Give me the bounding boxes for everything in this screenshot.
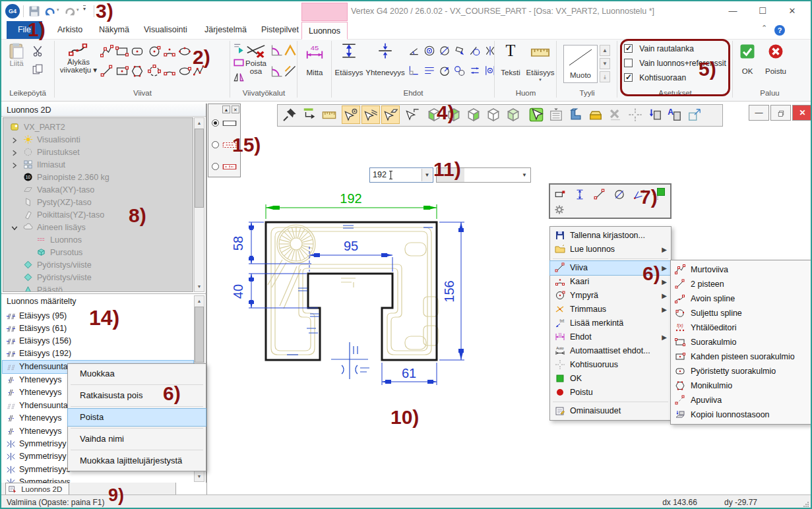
polygon-tool[interactable] [131, 65, 144, 78]
snap-line-button[interactable] [361, 105, 380, 124]
chevron-right-icon[interactable] [11, 136, 18, 144]
fillet2-tool[interactable] [270, 65, 284, 78]
chevron-down-icon[interactable] [11, 224, 18, 231]
circle-poly-tool[interactable] [148, 65, 161, 78]
cut-button[interactable] [32, 45, 44, 57]
select-solid-button[interactable] [527, 105, 546, 124]
tangent-constraint[interactable] [454, 45, 466, 57]
line-2pt-tool[interactable] [100, 65, 113, 78]
style-down-button[interactable]: ▼ [600, 58, 610, 69]
ellipse2-tool[interactable] [178, 65, 191, 78]
ribbon-collapse-icon[interactable]: ⌃ [761, 24, 767, 32]
text-button[interactable]: T Teksti [497, 42, 524, 84]
snap-plane-button[interactable] [381, 105, 400, 124]
menu-item-trimmaus[interactable]: Trimmaus▶ [550, 303, 671, 316]
menu-item-ympyra[interactable]: Ympyrä▶ [550, 289, 671, 303]
text-box-button[interactable]: A [666, 105, 684, 124]
menu-item-poistu[interactable]: Poistu [550, 386, 671, 400]
panel-close-icon[interactable]: ✕ [232, 105, 239, 113]
submenu-pyoristetty[interactable]: Pyöristetty suorakulmio [671, 364, 812, 378]
paste-button[interactable]: Liitä [4, 42, 29, 86]
distance-constraint-button[interactable]: Etäisyys [334, 42, 364, 84]
rounded-rect-tool[interactable] [131, 45, 144, 58]
tree-item[interactable]: Visualisointi [3, 133, 193, 145]
style-more-button[interactable]: ⤓ [600, 71, 610, 82]
menu-item-save-library[interactable]: Tallenna kirjastoon... [550, 229, 671, 243]
submenu-murtoviiva[interactable]: Murtoviiva [671, 262, 812, 277]
radius-constraint[interactable] [439, 65, 451, 76]
radio-dashed[interactable] [212, 163, 219, 170]
tree-scrollbar[interactable]: ▲ ▼ [194, 117, 204, 292]
equal-circles-constraint[interactable] [454, 65, 466, 76]
scroll-down-icon[interactable]: ▼ [195, 471, 204, 481]
tree-item[interactable]: Päästö [3, 284, 193, 292]
dim-192[interactable]: 192 [266, 191, 437, 219]
radio-dotted[interactable] [212, 141, 219, 148]
coincidence-button[interactable]: Yhtenevyys [364, 42, 406, 84]
arc-2pt-tool[interactable] [163, 65, 176, 78]
mdi-close-button[interactable]: ✕ [792, 105, 812, 121]
parallel-constraint[interactable] [423, 65, 435, 76]
maximize-button[interactable]: ☐ [749, 1, 776, 21]
scroll-thumb[interactable] [195, 129, 204, 208]
radio-solid[interactable] [212, 119, 219, 127]
equal-distance-constraint[interactable] [469, 65, 481, 76]
chamfer-tool[interactable] [284, 44, 297, 57]
list-button[interactable] [547, 105, 565, 124]
menu-item-lisaa-merkinta[interactable]: txtLisää merkintä [550, 316, 671, 330]
menu-nakyma[interactable]: Näkymä [92, 21, 136, 39]
tree-item[interactable]: Vaaka(XY)-taso [3, 183, 193, 195]
tree-item[interactable]: Piirustukset [3, 146, 193, 158]
redo-dropdown[interactable]: ▾ [77, 7, 79, 13]
tree-item[interactable]: Pursotus [3, 246, 193, 258]
minimize-button[interactable]: — [719, 1, 747, 21]
undo-button[interactable] [44, 5, 57, 18]
snap-center-button[interactable] [342, 105, 360, 124]
doc-tab-luonnos2d[interactable]: Luonnos 2D [5, 483, 69, 494]
menu-item-ratkaisusta-pois[interactable]: Ratkaisusta pois [68, 387, 206, 404]
menu-item-read-sketch[interactable]: Lue luonnos▶ [550, 243, 671, 256]
snap-corner-button[interactable] [403, 105, 422, 124]
tree-item[interactable]: Pyöristys/viiste [3, 258, 193, 270]
tray-button[interactable] [586, 105, 605, 124]
menu-item-muokkaa-lajittelua[interactable]: Muokkaa lajittelujärjestystä [68, 452, 206, 469]
measure-ruler-button[interactable] [320, 105, 338, 124]
gear-icon[interactable] [554, 204, 565, 215]
dimension-value-combo[interactable]: 192 ▼ [369, 167, 433, 183]
resize-grip[interactable] [803, 502, 809, 507]
pin-button[interactable] [280, 105, 299, 124]
arc-3pt-tool[interactable] [163, 45, 176, 58]
view-cube-plain-button[interactable] [484, 105, 503, 124]
save-button[interactable] [28, 5, 41, 18]
panel-collapse-icon[interactable]: ▲ [222, 105, 230, 113]
menu-pistepilvet[interactable]: Pistepilvet [255, 21, 305, 39]
tree-item[interactable]: Pysty(XZ)-taso [3, 196, 193, 208]
scroll-up-icon[interactable]: ▲ [195, 118, 204, 128]
rect-point-button[interactable] [554, 189, 566, 200]
note-distance-button[interactable]: Etäisyys ▾ [525, 42, 555, 84]
tree-item[interactable]: Luonnos [3, 233, 193, 245]
tree-item[interactable]: Poikittais(YZ)-taso [3, 208, 193, 220]
menu-jarjestelma[interactable]: Järjestelmä [198, 21, 253, 39]
constraint-item[interactable]: Etäisyys (156) [3, 335, 193, 347]
menu-item-vaihda-nimi[interactable]: Vaihda nimi [68, 431, 206, 448]
app-logo-icon[interactable]: G4 [5, 4, 20, 18]
distance-button[interactable] [574, 189, 586, 200]
menu-item-ehdot[interactable]: 11Ehdot▶ [550, 330, 671, 344]
line-button[interactable] [594, 189, 606, 200]
mdi-minimize-button[interactable]: — [749, 105, 769, 121]
rect-2pt-tool[interactable] [115, 65, 129, 78]
help-icon[interactable]: ? [774, 25, 785, 36]
tree-item[interactable]: VX_PART2 [3, 121, 193, 133]
menu-item-ominaisuudet[interactable]: Ominaisuudet [550, 404, 671, 418]
tree-item[interactable]: 10Painopiste 2.360 kg [3, 171, 193, 183]
submenu-apuviiva[interactable]: Apuviiva [671, 393, 812, 407]
remove-part-button[interactable]: Poista osa [241, 42, 270, 84]
menu-item-muokkaa[interactable]: Muokkaa [68, 365, 206, 382]
diameter-button[interactable] [613, 189, 625, 200]
menu-visualisointi[interactable]: Visualisointi [137, 21, 194, 39]
delete-gray-button[interactable] [606, 105, 625, 124]
exit-button[interactable]: Poistu [761, 44, 790, 83]
dash-cross-button[interactable] [626, 105, 644, 124]
scroll-down-icon[interactable]: ▼ [195, 282, 204, 291]
